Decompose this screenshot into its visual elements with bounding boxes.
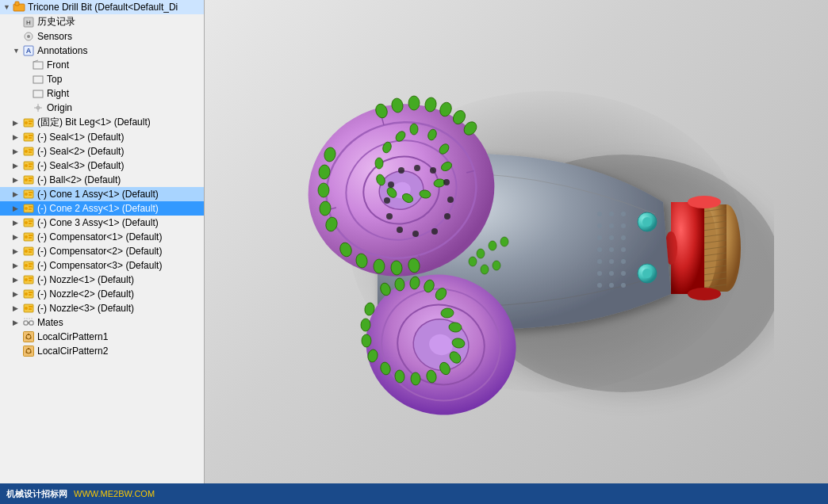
- nozzle2-label: (-) Nozzle<2> (Default): [37, 288, 134, 300]
- component-icon-cone1: [22, 188, 35, 200]
- right-plane-icon: [32, 87, 44, 100]
- svg-point-25: [25, 150, 28, 153]
- svg-point-120: [597, 247, 602, 252]
- svg-rect-59: [29, 265, 32, 267]
- component-icon-seal2: [22, 145, 35, 158]
- component-icon-seal1: [22, 131, 35, 143]
- 3d-viewport[interactable]: [205, 0, 828, 483]
- tree-item-nozzle3[interactable]: ▶ (-) Nozzle<3> (Default): [0, 301, 204, 315]
- root-label: Tricone Drill Bit (Default<Default_Di: [28, 2, 178, 13]
- svg-rect-35: [29, 180, 32, 181]
- svg-point-211: [412, 231, 419, 237]
- tree-item-right[interactable]: Right: [0, 86, 204, 101]
- svg-point-128: [621, 271, 626, 276]
- tree-item-comp1[interactable]: ▶ (-) Compensator<1> (Default): [0, 230, 204, 244]
- tree-item-seal3[interactable]: ▶ (-) Seal<3> (Default): [0, 158, 204, 173]
- svg-point-202: [430, 167, 436, 174]
- svg-point-129: [597, 283, 602, 288]
- expand-cone1: ▶: [13, 190, 22, 198]
- svg-point-208: [444, 213, 450, 220]
- tree-item-comp3[interactable]: ▶ (-) Compensator<3> (Default): [0, 258, 204, 273]
- svg-point-198: [481, 265, 489, 274]
- tree-item-annotations[interactable]: ▼ A Annotations: [0, 44, 204, 58]
- svg-point-33: [25, 178, 28, 181]
- svg-rect-63: [29, 280, 32, 281]
- expand-ball2: ▶: [13, 176, 22, 184]
- tree-item-comp2[interactable]: ▶ (-) Compensator<2> (Default): [0, 244, 204, 258]
- svg-point-124: [609, 259, 614, 264]
- svg-point-125: [621, 259, 626, 264]
- comp2-label: (-) Compensator<2> (Default): [37, 246, 162, 257]
- tree-item-bit-leg[interactable]: ▶ (固定) Bit Leg<1> (Default): [0, 115, 204, 130]
- expand-comp3: ▶: [13, 262, 22, 269]
- svg-point-83: [28, 348, 29, 349]
- svg-point-37: [25, 193, 28, 196]
- svg-point-144: [408, 96, 420, 110]
- origin-label: Origin: [47, 102, 72, 113]
- expand-icon: ▼: [3, 3, 13, 11]
- expand-comp1: ▶: [13, 233, 22, 241]
- expand-comp2: ▶: [13, 247, 22, 255]
- tree-item-seal2[interactable]: ▶ (-) Seal<2> (Default): [0, 144, 204, 158]
- svg-point-195: [489, 241, 496, 250]
- svg-point-194: [477, 249, 485, 258]
- top-plane-icon: [32, 73, 44, 86]
- svg-point-187: [411, 372, 421, 385]
- origin-icon: [32, 101, 44, 114]
- tree-item-ball2[interactable]: ▶ (-) Ball<2> (Default): [0, 173, 204, 187]
- svg-point-45: [25, 221, 28, 224]
- tree-item-cone3[interactable]: ▶ (-) Cone 3 Assy<1> (Default): [0, 216, 204, 230]
- tree-item-top[interactable]: Top: [0, 72, 204, 86]
- annotations-label: Annotations: [37, 45, 87, 56]
- svg-rect-12: [33, 90, 43, 97]
- svg-point-130: [609, 283, 614, 288]
- svg-point-159: [410, 124, 418, 135]
- expand-nozzle2: ▶: [13, 290, 22, 298]
- svg-point-182: [361, 319, 371, 331]
- sensors-label: Sensors: [37, 31, 72, 42]
- expand-seal1: ▶: [13, 133, 22, 141]
- svg-rect-26: [29, 149, 33, 151]
- svg-point-131: [621, 283, 626, 288]
- mates-icon: [22, 316, 35, 329]
- tree-item-pattern2[interactable]: LocalCirPattern2: [0, 344, 204, 358]
- svg-rect-51: [29, 237, 32, 239]
- seal3-label: (-) Seal<3> (Default): [37, 160, 124, 171]
- component-icon-comp1: [22, 231, 35, 243]
- tree-root-item[interactable]: ▼ Tricone Drill Bit (Default<Default_Di: [0, 0, 204, 14]
- svg-point-118: [609, 235, 614, 240]
- svg-point-53: [25, 250, 28, 253]
- svg-point-122: [621, 247, 626, 252]
- svg-point-80: [25, 338, 27, 339]
- tree-item-mates[interactable]: ▶ Mates: [0, 315, 204, 330]
- svg-point-210: [431, 228, 438, 235]
- svg-point-85: [25, 352, 27, 353]
- svg-point-104: [688, 196, 721, 208]
- expand-cone2: ▶: [13, 204, 22, 212]
- tree-item-cone1[interactable]: ▶ (-) Cone 1 Assy<1> (Default): [0, 187, 204, 201]
- svg-point-197: [469, 257, 477, 266]
- svg-rect-76: [24, 332, 34, 342]
- tree-item-pattern1[interactable]: LocalCirPattern1: [0, 330, 204, 344]
- svg-rect-70: [29, 306, 33, 307]
- tree-item-seal1[interactable]: ▶ (-) Seal<1> (Default): [0, 130, 204, 144]
- tree-item-nozzle1[interactable]: ▶ (-) Nozzle<1> (Default): [0, 273, 204, 287]
- tree-item-cone2[interactable]: ▶ (-) Cone 2 Assy<1> (Default): [0, 201, 204, 216]
- svg-text:H: H: [26, 19, 31, 26]
- svg-point-207: [386, 213, 393, 220]
- component-icon-nozzle1: [22, 273, 35, 286]
- tree-item-origin[interactable]: Origin: [0, 101, 204, 115]
- tree-item-front[interactable]: Front: [0, 58, 204, 72]
- expand-bit-leg: ▶: [13, 119, 22, 127]
- tree-item-nozzle2[interactable]: ▶ (-) Nozzle<2> (Default): [0, 287, 204, 301]
- tree-item-history[interactable]: H 历史记录: [0, 14, 204, 29]
- tree-item-sensors[interactable]: Sensors: [0, 29, 204, 44]
- svg-rect-66: [29, 292, 33, 293]
- svg-rect-31: [29, 166, 32, 167]
- svg-point-126: [597, 271, 602, 276]
- watermark-bar: 机械设计招标网 WWW.ME2BW.COM: [0, 483, 828, 504]
- svg-point-209: [397, 227, 403, 233]
- svg-point-117: [597, 235, 602, 240]
- expand-annotations: ▼: [13, 47, 22, 55]
- svg-rect-54: [29, 249, 33, 250]
